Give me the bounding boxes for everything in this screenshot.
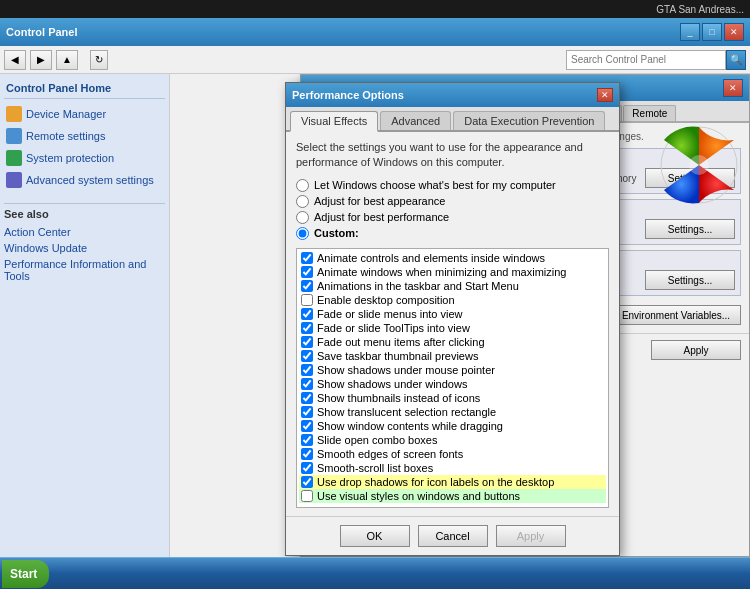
checkbox-label-6: Fade out menu items after clicking — [317, 336, 485, 348]
see-also-header: See also — [4, 208, 165, 220]
checkbox-input-16[interactable] — [301, 476, 313, 488]
checkbox-input-3[interactable] — [301, 294, 313, 306]
search-icon: 🔍 — [730, 54, 742, 65]
checkbox-item-15[interactable]: Smooth-scroll list boxes — [299, 461, 606, 475]
checkbox-input-8[interactable] — [301, 364, 313, 376]
cp-maximize-button[interactable]: □ — [702, 23, 722, 41]
user-profiles-settings-button[interactable]: Settings... — [645, 219, 735, 239]
checkbox-label-10: Show thumbnails instead of icons — [317, 392, 480, 404]
cp-minimize-button[interactable]: _ — [680, 23, 700, 41]
checkbox-label-0: Animate controls and elements inside win… — [317, 252, 545, 264]
tab-dep[interactable]: Data Execution Prevention — [453, 111, 605, 130]
checkbox-item-8[interactable]: Show shadows under mouse pointer — [299, 363, 606, 377]
checkbox-input-6[interactable] — [301, 336, 313, 348]
sidebar-item-label: Device Manager — [26, 108, 106, 120]
cp-title-text: Control Panel — [6, 26, 78, 38]
checkbox-item-16[interactable]: Use drop shadows for icon labels on the … — [299, 475, 606, 489]
checkbox-input-14[interactable] — [301, 448, 313, 460]
checkbox-label-14: Smooth edges of screen fonts — [317, 448, 463, 460]
radio-let-windows-label: Let Windows choose what's best for my co… — [314, 179, 556, 191]
checkbox-item-6[interactable]: Fade out menu items after clicking — [299, 335, 606, 349]
perf-cancel-button[interactable]: Cancel — [418, 525, 488, 547]
radio-best-appearance-input[interactable] — [296, 195, 309, 208]
sidebar-item-advanced-system[interactable]: Advanced system settings — [4, 169, 165, 191]
checkbox-label-1: Animate windows when minimizing and maxi… — [317, 266, 566, 278]
checkbox-input-10[interactable] — [301, 392, 313, 404]
checkbox-item-10[interactable]: Show thumbnails instead of icons — [299, 391, 606, 405]
checkbox-label-2: Animations in the taskbar and Start Menu — [317, 280, 519, 292]
checkbox-input-5[interactable] — [301, 322, 313, 334]
windows-update-link[interactable]: Windows Update — [4, 240, 165, 256]
system-protection-icon — [6, 150, 22, 166]
checkbox-item-17[interactable]: Use visual styles on windows and buttons — [299, 489, 606, 503]
checkbox-input-11[interactable] — [301, 406, 313, 418]
checkbox-input-4[interactable] — [301, 308, 313, 320]
radio-best-performance-input[interactable] — [296, 211, 309, 224]
checkbox-item-4[interactable]: Fade or slide menus into view — [299, 307, 606, 321]
checkbox-item-11[interactable]: Show translucent selection rectangle — [299, 405, 606, 419]
checkbox-input-12[interactable] — [301, 420, 313, 432]
checkbox-list[interactable]: Animate controls and elements inside win… — [296, 248, 609, 508]
checkbox-label-11: Show translucent selection rectangle — [317, 406, 496, 418]
advanced-system-icon — [6, 172, 22, 188]
performance-info-link[interactable]: Performance Information and Tools — [4, 256, 165, 284]
cp-home-link[interactable]: Control Panel Home — [4, 78, 165, 99]
checkbox-item-5[interactable]: Fade or slide ToolTips into view — [299, 321, 606, 335]
checkbox-item-0[interactable]: Animate controls and elements inside win… — [299, 251, 606, 265]
radio-let-windows[interactable]: Let Windows choose what's best for my co… — [296, 179, 609, 192]
checkbox-item-1[interactable]: Animate windows when minimizing and maxi… — [299, 265, 606, 279]
sidebar-item-label: Remote settings — [26, 130, 105, 142]
radio-best-appearance[interactable]: Adjust for best appearance — [296, 195, 609, 208]
perf-apply-button[interactable]: Apply — [496, 525, 566, 547]
perf-dialog-buttons: OK Cancel Apply — [286, 516, 619, 555]
checkbox-input-9[interactable] — [301, 378, 313, 390]
refresh-button[interactable]: ↻ — [90, 50, 108, 70]
sysprops-close-button[interactable]: ✕ — [723, 79, 743, 97]
checkbox-item-2[interactable]: Animations in the taskbar and Start Menu — [299, 279, 606, 293]
checkbox-item-12[interactable]: Show window contents while dragging — [299, 419, 606, 433]
checkbox-input-0[interactable] — [301, 252, 313, 264]
sidebar-item-system-protection[interactable]: System protection — [4, 147, 165, 169]
sidebar-item-device-manager[interactable]: Device Manager — [4, 103, 165, 125]
cp-titlebar: Control Panel _ □ ✕ — [0, 18, 750, 46]
radio-custom[interactable]: Custom: — [296, 227, 609, 240]
cp-close-button[interactable]: ✕ — [724, 23, 744, 41]
checkbox-input-17[interactable] — [301, 490, 313, 502]
tab-visual-effects[interactable]: Visual Effects — [290, 111, 378, 132]
checkbox-label-9: Show shadows under windows — [317, 378, 467, 390]
up-button[interactable]: ▲ — [56, 50, 78, 70]
checkbox-item-7[interactable]: Save taskbar thumbnail previews — [299, 349, 606, 363]
radio-let-windows-input[interactable] — [296, 179, 309, 192]
see-also-section: See also Action Center Windows Update Pe… — [4, 203, 165, 284]
checkbox-label-8: Show shadows under mouse pointer — [317, 364, 495, 376]
sys-props-apply-button[interactable]: Apply — [651, 340, 741, 360]
perf-close-button[interactable]: ✕ — [597, 88, 613, 102]
top-bar: GTA San Andreas... — [0, 0, 750, 18]
checkbox-item-9[interactable]: Show shadows under windows — [299, 377, 606, 391]
checkbox-input-7[interactable] — [301, 350, 313, 362]
startup-settings-button[interactable]: Settings... — [645, 270, 735, 290]
tab-advanced[interactable]: Advanced — [380, 111, 451, 130]
checkbox-item-3[interactable]: Enable desktop composition — [299, 293, 606, 307]
back-button[interactable]: ◀ — [4, 50, 26, 70]
checkbox-label-4: Fade or slide menus into view — [317, 308, 463, 320]
search-input[interactable] — [566, 50, 726, 70]
checkbox-input-13[interactable] — [301, 434, 313, 446]
checkbox-input-1[interactable] — [301, 266, 313, 278]
control-panel-window: Control Panel _ □ ✕ ◀ ▶ ▲ ↻ 🔍 Control Pa… — [0, 18, 750, 557]
taskbar: Start — [0, 557, 750, 589]
radio-best-performance[interactable]: Adjust for best performance — [296, 211, 609, 224]
perf-ok-button[interactable]: OK — [340, 525, 410, 547]
start-button[interactable]: Start — [2, 560, 49, 588]
env-variables-button[interactable]: Environment Variables... — [611, 305, 741, 325]
checkbox-input-2[interactable] — [301, 280, 313, 292]
checkbox-item-13[interactable]: Slide open combo boxes — [299, 433, 606, 447]
radio-custom-input[interactable] — [296, 227, 309, 240]
search-button[interactable]: 🔍 — [726, 50, 746, 70]
checkbox-item-14[interactable]: Smooth edges of screen fonts — [299, 447, 606, 461]
forward-button[interactable]: ▶ — [30, 50, 52, 70]
tab-remote[interactable]: Remote — [623, 105, 676, 121]
sidebar-item-remote-settings[interactable]: Remote settings — [4, 125, 165, 147]
checkbox-input-15[interactable] — [301, 462, 313, 474]
action-center-link[interactable]: Action Center — [4, 224, 165, 240]
